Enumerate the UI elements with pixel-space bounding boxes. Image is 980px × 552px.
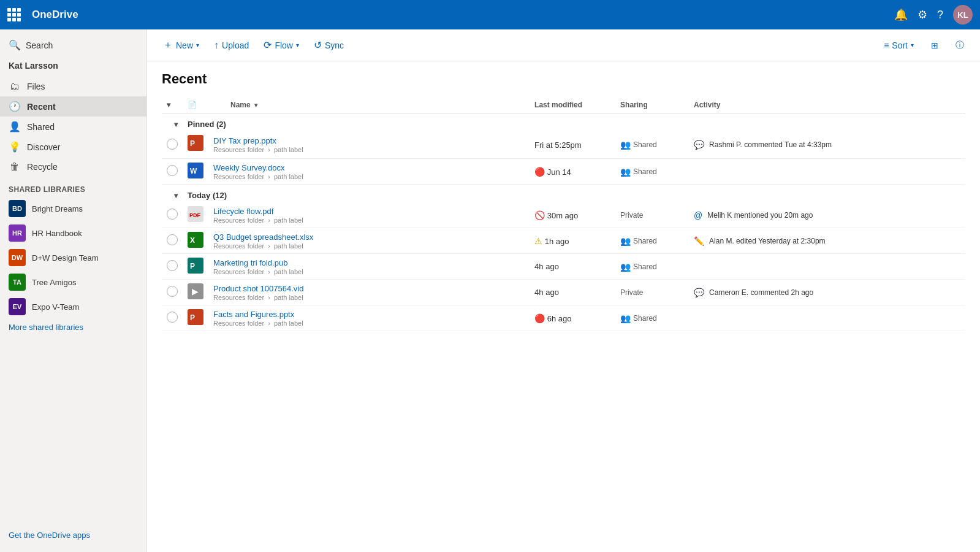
grid-icon: ⊞ <box>931 40 938 50</box>
library-label-ta: Tree Amigos <box>32 278 77 287</box>
sidebar-item-recycle[interactable]: 🗑 Recycle <box>0 157 146 177</box>
row-checkbox[interactable] <box>167 165 178 176</box>
file-name[interactable]: Facts and Figures.pptx <box>213 310 525 319</box>
file-name-cell: Weekly Survey.docx Resources folder › pa… <box>208 159 530 185</box>
file-sharing: 👥Shared <box>615 254 689 280</box>
sidebar-library-dw[interactable]: DW D+W Design Team <box>0 245 146 270</box>
shared-icon: 👥 <box>620 262 631 272</box>
upload-button[interactable]: ↑ Upload <box>208 36 255 55</box>
toolbar-right: ≡ Sort ▾ ⊞ ⓘ <box>878 36 970 55</box>
row-checkbox[interactable] <box>167 234 178 245</box>
row-checkbox[interactable] <box>167 139 178 150</box>
sidebar-library-hr[interactable]: HR HR Handbook <box>0 221 146 245</box>
get-onedrive-apps-link[interactable]: Get the OneDrive apps <box>0 523 146 547</box>
file-name-cell: Product shot 1007564.vid Resources folde… <box>208 280 530 305</box>
group-pinned: ▾ Pinned (2) <box>162 113 965 132</box>
search-button[interactable]: 🔍 Search <box>0 34 146 58</box>
sidebar-item-files[interactable]: 🗂 Files <box>0 77 146 96</box>
flow-button[interactable]: ⟳ Flow ▾ <box>257 36 305 55</box>
waffle-icon[interactable] <box>7 8 21 21</box>
file-list: Recent ▾ 📄 Name ▾ Last mo <box>147 61 980 552</box>
library-label-hr: HR Handbook <box>32 229 82 238</box>
file-modified: 4h ago <box>530 280 615 305</box>
file-name[interactable]: Weekly Survey.docx <box>213 163 525 172</box>
flow-label: Flow <box>275 40 293 50</box>
sharing-label: Shared <box>633 263 657 271</box>
comment-icon: 💬 <box>694 140 704 150</box>
new-button[interactable]: ＋ New ▾ <box>157 35 205 55</box>
page-title: Recent <box>162 71 965 87</box>
library-badge-ta: TA <box>9 274 26 291</box>
notification-icon[interactable]: 🔔 <box>894 8 908 21</box>
info-icon: ⓘ <box>955 40 964 51</box>
activity-text: Melih K mentioned you 20m ago <box>707 211 813 220</box>
file-activity: ✏️ Alan M. edited Yesterday at 2:30pm <box>689 228 965 254</box>
file-name[interactable]: DIY Tax prep.pptx <box>213 136 525 145</box>
table-row: X Q3 Budget spreadsheet.xlsx Resources f… <box>162 228 965 254</box>
toolbar: ＋ New ▾ ↑ Upload ⟳ Flow ▾ ↺ Sync ≡ S <box>147 29 980 61</box>
sidebar-library-ta[interactable]: TA Tree Amigos <box>0 270 146 294</box>
file-sharing: 👥Shared <box>615 159 689 185</box>
sync-label: Sync <box>325 40 344 50</box>
file-activity: 💬 Rashmi P. commented Tue at 4:33pm <box>689 131 965 159</box>
sharing-label: Shared <box>633 314 657 323</box>
row-checkbox[interactable] <box>167 209 178 220</box>
library-label-bd: Bright Dreams <box>32 204 83 213</box>
file-path: Resources folder › path label <box>213 268 525 275</box>
name-column-header[interactable]: Name ▾ <box>208 97 530 113</box>
settings-icon[interactable]: ⚙ <box>917 8 927 21</box>
row-checkbox[interactable] <box>167 260 178 271</box>
today-toggle[interactable]: ▾ <box>174 191 178 200</box>
sort-chevron-icon: ▾ <box>911 42 914 48</box>
file-sharing: Private <box>615 280 689 305</box>
xlsx-icon: X <box>188 240 203 250</box>
folder-icon: 🗂 <box>9 81 21 92</box>
recycle-icon: 🗑 <box>9 161 21 172</box>
sharing-label: Shared <box>633 237 657 245</box>
sidebar-item-shared[interactable]: 👤 Shared <box>0 117 146 137</box>
row-checkbox[interactable] <box>167 312 178 323</box>
file-sharing: 👥Shared <box>615 228 689 254</box>
row-checkbox[interactable] <box>167 286 178 297</box>
sidebar-library-bd[interactable]: BD Bright Dreams <box>0 196 146 221</box>
file-name-cell: Q3 Budget spreadsheet.xlsx Resources fol… <box>208 228 530 254</box>
sidebar-library-ev[interactable]: EV Expo V-Team <box>0 294 146 319</box>
shared-icon: 👥 <box>620 313 631 323</box>
file-name[interactable]: Product shot 1007564.vid <box>213 284 525 293</box>
sidebar-item-discover[interactable]: 💡 Discover <box>0 137 146 157</box>
error-icon: 🔴 <box>534 313 545 323</box>
people-icon: 👤 <box>9 121 21 132</box>
sidebar-item-recent[interactable]: 🕐 Recent <box>0 96 146 117</box>
sort-button[interactable]: ≡ Sort ▾ <box>878 37 920 54</box>
pinned-toggle[interactable]: ▾ <box>174 120 178 129</box>
activity-text: Alan M. edited Yesterday at 2:30pm <box>709 237 825 245</box>
info-button[interactable]: ⓘ <box>949 36 970 55</box>
warning-icon: ⚠ <box>534 236 542 246</box>
new-chevron-icon: ▾ <box>196 42 199 48</box>
select-all-chevron[interactable]: ▾ <box>167 101 170 109</box>
main-content: ＋ New ▾ ↑ Upload ⟳ Flow ▾ ↺ Sync ≡ S <box>147 29 980 552</box>
help-icon[interactable]: ? <box>937 9 943 21</box>
file-path: Resources folder › path label <box>213 217 525 224</box>
shared-libraries-label: Shared Libraries <box>0 177 146 196</box>
file-modified: 🔴 Jun 14 <box>530 159 615 185</box>
pptx-icon: P <box>188 318 203 327</box>
discover-icon: 💡 <box>9 141 21 153</box>
file-path: Resources folder › path label <box>213 146 525 153</box>
upload-icon: ↑ <box>214 40 219 51</box>
avatar[interactable]: KL <box>953 5 973 25</box>
file-modified: ⚠ 1h ago <box>530 228 615 254</box>
svg-text:X: X <box>190 236 195 245</box>
svg-text:P: P <box>190 313 195 322</box>
topbar-icons: 🔔 ⚙ ? KL <box>894 5 973 25</box>
more-shared-libraries-link[interactable]: More shared libraries <box>0 319 146 335</box>
name-header-label: Name <box>230 101 251 109</box>
grid-view-button[interactable]: ⊞ <box>925 37 944 54</box>
file-name[interactable]: Q3 Budget spreadsheet.xlsx <box>213 232 525 242</box>
shared-icon: 👥 <box>620 167 631 177</box>
app-title: OneDrive <box>32 9 888 21</box>
sync-button[interactable]: ↺ Sync <box>308 36 350 55</box>
file-activity <box>689 254 965 280</box>
file-name[interactable]: Marketing tri fold.pub <box>213 258 525 267</box>
file-name[interactable]: Lifecycle flow.pdf <box>213 207 525 216</box>
